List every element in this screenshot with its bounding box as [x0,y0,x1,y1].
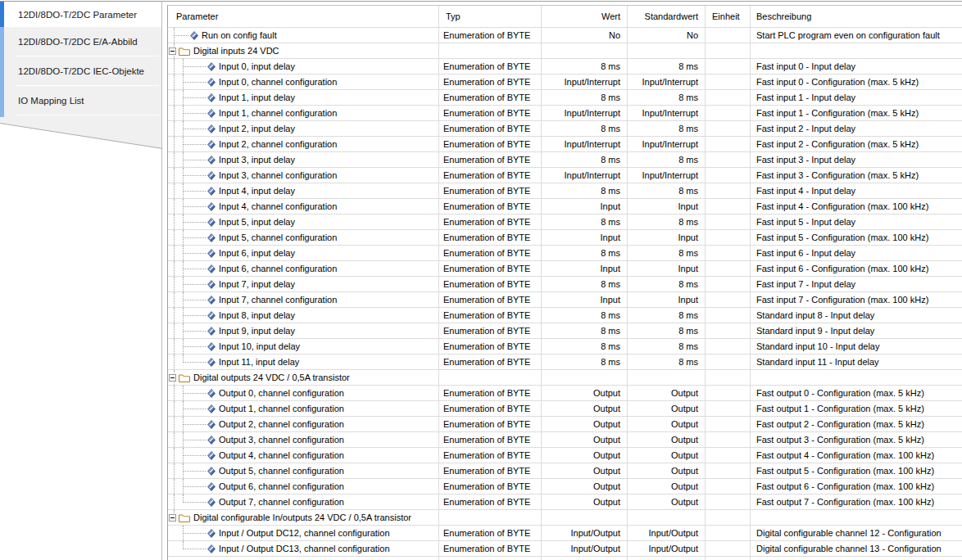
tree-line [174,246,175,260]
wert-cell[interactable]: 8 ms [542,246,628,260]
sidebar-tab-1[interactable]: 12DI/8DO-T/2DC Parameter [0,2,161,27]
wert-cell[interactable]: Input [542,261,628,276]
wert-cell[interactable]: Input/Interrupt [542,168,628,183]
wert-cell[interactable]: Input/Interrupt [542,106,628,120]
table-row[interactable]: Input 0, channel configuration Enumerati… [168,75,962,90]
table-row[interactable]: Digital outputs 24 VDC / 0,5A transistor [168,370,962,386]
standardwert-cell: 8 ms [628,277,706,291]
wert-cell[interactable]: Input [542,292,628,307]
wert-cell[interactable]: 8 ms [542,215,628,229]
column-header-standardwert[interactable]: Standardwert [628,6,706,27]
table-row[interactable]: Digital configurable In/outputs 24 VDC /… [168,510,962,526]
table-row[interactable]: Input 1, input delay Enumeration of BYTE… [168,90,962,106]
beschreibung-cell: Fast output 4 - Configuration (max. 100 … [751,448,962,463]
table-row[interactable]: Input 7, channel configuration Enumerati… [168,292,962,308]
table-row[interactable]: Output 5, channel configuration Enumerat… [168,463,962,479]
parameter-cell: Input 0, input delay [168,59,439,74]
wert-cell[interactable]: Input/Output [542,541,628,556]
wert-cell[interactable]: Output [542,401,628,416]
table-row[interactable]: Input / Output DC12, channel configurati… [168,526,962,541]
wert-cell[interactable]: 8 ms [542,121,628,136]
wert-cell[interactable] [542,370,628,385]
wert-cell[interactable]: No [542,28,628,43]
wert-cell[interactable]: Output [542,386,628,400]
table-row[interactable]: Input 8, input delay Enumeration of BYTE… [168,308,962,323]
parameter-name: Input 9, input delay [219,323,295,338]
tree-line [174,168,175,183]
table-row[interactable]: Input 2, channel configuration Enumerati… [168,137,962,152]
column-header-typ[interactable]: Typ [439,6,542,27]
table-row[interactable]: Output 0, channel configuration Enumerat… [168,386,962,401]
table-row[interactable]: Run on config fault Enumeration of BYTE … [168,28,962,43]
table-row[interactable]: Output 2, channel configuration Enumerat… [168,417,962,432]
wert-cell[interactable] [542,510,628,525]
wert-cell[interactable]: Input [542,230,628,245]
wert-cell[interactable] [542,43,628,58]
column-header-parameter[interactable]: Parameter [168,6,439,27]
wert-cell[interactable]: 8 ms [542,355,628,369]
table-row[interactable]: Input 4, channel configuration Enumerati… [168,199,962,215]
wert-cell[interactable]: 8 ms [542,323,628,338]
table-row[interactable]: Input 5, input delay Enumeration of BYTE… [168,215,962,230]
table-row[interactable]: Input 5, channel configuration Enumerati… [168,230,962,246]
table-row[interactable]: Output 6, channel configuration Enumerat… [168,479,962,495]
wert-cell[interactable] [542,557,628,560]
column-header-einheit[interactable]: Einheit [706,6,751,27]
table-row[interactable]: Input 3, input delay Enumeration of BYTE… [168,152,962,168]
wert-cell[interactable]: 8 ms [542,59,628,74]
wert-cell[interactable]: 8 ms [542,339,628,354]
wert-cell[interactable]: Output [542,479,628,494]
parameter-cell: Input 11, input delay [168,355,439,369]
table-row[interactable]: Input 7, input delay Enumeration of BYTE… [168,277,962,292]
column-header-wert[interactable]: Wert [542,6,628,27]
table-row[interactable]: Input 9, input delay Enumeration of BYTE… [168,323,962,339]
table-row[interactable]: Input 4, input delay Enumeration of BYTE… [168,183,962,199]
table-row[interactable]: Input 1, channel configuration Enumerati… [168,106,962,121]
minus-box-icon[interactable] [169,514,176,522]
wert-cell[interactable]: Output [542,417,628,431]
table-row[interactable]: Input 10, input delay Enumeration of BYT… [168,339,962,355]
parameter-name: Input 0, channel configuration [219,75,337,89]
wert-cell[interactable]: 8 ms [542,183,628,198]
table-row[interactable]: Digital inputs 24 VDC [168,43,962,59]
table-row[interactable]: Output 1, channel configuration Enumerat… [168,401,962,417]
wert-cell[interactable]: Input/Output [542,526,628,540]
standardwert-cell: 8 ms [628,215,706,229]
wert-cell[interactable]: Output [542,448,628,463]
minus-box-icon[interactable] [169,47,176,55]
parameter-diamond-icon [207,93,216,102]
table-row[interactable]: Input 11, input delay Enumeration of BYT… [168,355,962,370]
sidebar-tab-4[interactable]: IO Mapping List [0,86,161,115]
sidebar-tab-3[interactable]: 12DI/8DO-T/2DC IEC-Objekte [0,56,161,86]
wert-cell[interactable]: Output [542,463,628,478]
wert-cell[interactable]: Output [542,432,628,447]
standardwert-cell: 8 ms [628,246,706,260]
table-row[interactable]: Input 0, input delay Enumeration of BYTE… [168,59,962,75]
wert-cell[interactable]: Input/Interrupt [542,137,628,151]
table-row[interactable]: Input 2, input delay Enumeration of BYTE… [168,121,962,137]
table-row[interactable]: Output 3, channel configuration Enumerat… [168,432,962,448]
table-row[interactable]: Input 3, channel configuration Enumerati… [168,168,962,183]
sidebar-tab-2[interactable]: 12DI/8DO-T/2DC E/A-Abbild [0,27,161,56]
table-row[interactable]: Output 4, channel configuration Enumerat… [168,448,962,463]
typ-cell: Enumeration of BYTE [439,75,542,89]
tree-line [184,300,206,300]
einheit-cell [706,28,751,43]
wert-cell[interactable]: 8 ms [542,152,628,167]
wert-cell[interactable]: 8 ms [542,277,628,291]
minus-box-icon[interactable] [169,374,176,382]
table-row[interactable]: Input / Output DC13, channel configurati… [168,541,962,557]
wert-cell[interactable]: 8 ms [542,308,628,323]
tree-line [184,113,206,114]
beschreibung-cell: Fast input 3 - Configuration (max. 5 kHz… [751,168,962,183]
wert-cell[interactable]: 8 ms [542,90,628,105]
wert-cell[interactable]: Input/Interrupt [542,75,628,89]
tree-line [174,59,175,74]
wert-cell[interactable]: Output [542,495,628,509]
table-row[interactable]: Output 7, channel configuration Enumerat… [168,495,962,510]
parameter-diamond-icon [207,420,216,429]
wert-cell[interactable]: Input [542,199,628,214]
column-header-beschreibung[interactable]: Beschreibung [751,6,962,27]
table-row[interactable]: Input 6, input delay Enumeration of BYTE… [168,246,962,261]
table-row[interactable]: Input 6, channel configuration Enumerati… [168,261,962,277]
